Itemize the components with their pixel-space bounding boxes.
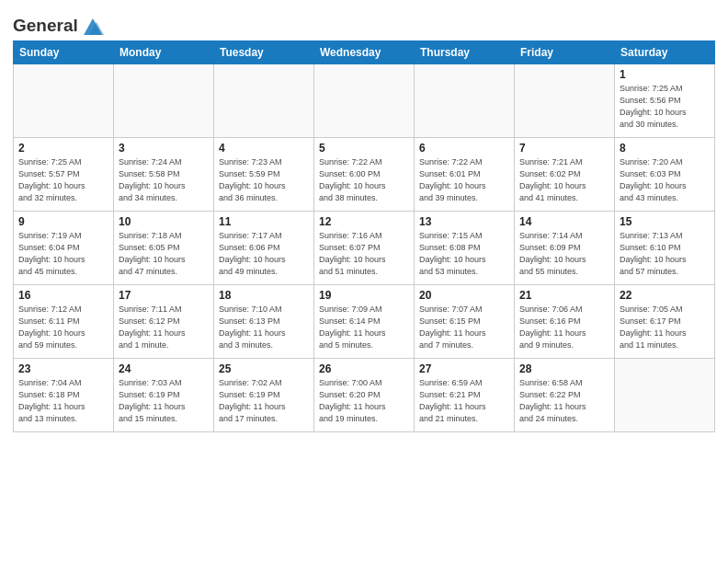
day-number: 19	[319, 289, 409, 302]
day-number: 13	[419, 215, 509, 228]
day-info: Sunrise: 7:25 AM Sunset: 5:56 PM Dayligh…	[620, 83, 710, 131]
calendar-cell: 10Sunrise: 7:18 AM Sunset: 6:05 PM Dayli…	[114, 212, 214, 285]
day-info: Sunrise: 7:15 AM Sunset: 6:08 PM Dayligh…	[419, 230, 509, 278]
calendar-cell: 16Sunrise: 7:12 AM Sunset: 6:11 PM Dayli…	[14, 285, 114, 359]
day-info: Sunrise: 7:20 AM Sunset: 6:03 PM Dayligh…	[620, 156, 710, 204]
day-info: Sunrise: 7:03 AM Sunset: 6:19 PM Dayligh…	[119, 377, 209, 425]
calendar-cell: 5Sunrise: 7:22 AM Sunset: 6:00 PM Daylig…	[314, 138, 415, 212]
day-number: 4	[219, 142, 309, 155]
calendar-cell: 11Sunrise: 7:17 AM Sunset: 6:06 PM Dayli…	[214, 212, 314, 285]
day-info: Sunrise: 6:58 AM Sunset: 6:22 PM Dayligh…	[519, 377, 609, 425]
calendar-week-1: 1Sunrise: 7:25 AM Sunset: 5:56 PM Daylig…	[14, 64, 715, 138]
calendar-table: SundayMondayTuesdayWednesdayThursdayFrid…	[13, 40, 715, 432]
day-info: Sunrise: 7:02 AM Sunset: 6:19 PM Dayligh…	[219, 377, 309, 425]
day-number: 18	[219, 289, 309, 302]
calendar-cell: 21Sunrise: 7:06 AM Sunset: 6:16 PM Dayli…	[515, 285, 615, 359]
day-number: 10	[119, 215, 209, 228]
calendar-cell: 6Sunrise: 7:22 AM Sunset: 6:01 PM Daylig…	[415, 138, 515, 212]
day-info: Sunrise: 7:09 AM Sunset: 6:14 PM Dayligh…	[319, 304, 409, 351]
calendar-cell: 22Sunrise: 7:05 AM Sunset: 6:17 PM Dayli…	[615, 285, 715, 359]
day-info: Sunrise: 7:23 AM Sunset: 5:59 PM Dayligh…	[219, 156, 309, 204]
day-number: 15	[620, 215, 710, 228]
calendar-week-2: 2Sunrise: 7:25 AM Sunset: 5:57 PM Daylig…	[14, 138, 715, 212]
calendar-cell: 14Sunrise: 7:14 AM Sunset: 6:09 PM Dayli…	[515, 212, 615, 285]
calendar-cell: 27Sunrise: 6:59 AM Sunset: 6:21 PM Dayli…	[415, 359, 515, 432]
calendar-cell	[14, 64, 114, 138]
calendar-header-tuesday: Tuesday	[214, 41, 314, 64]
day-info: Sunrise: 7:12 AM Sunset: 6:11 PM Dayligh…	[18, 304, 108, 351]
logo-general: General	[13, 17, 78, 36]
calendar-cell: 12Sunrise: 7:16 AM Sunset: 6:07 PM Dayli…	[314, 212, 415, 285]
day-number: 20	[419, 289, 509, 302]
calendar-cell: 19Sunrise: 7:09 AM Sunset: 6:14 PM Dayli…	[314, 285, 415, 359]
calendar-header-monday: Monday	[114, 41, 214, 64]
calendar-cell: 26Sunrise: 7:00 AM Sunset: 6:20 PM Dayli…	[314, 359, 415, 432]
day-info: Sunrise: 7:11 AM Sunset: 6:12 PM Dayligh…	[119, 304, 209, 351]
day-info: Sunrise: 7:24 AM Sunset: 5:58 PM Dayligh…	[119, 156, 209, 204]
day-info: Sunrise: 7:16 AM Sunset: 6:07 PM Dayligh…	[319, 230, 409, 278]
calendar-week-3: 9Sunrise: 7:19 AM Sunset: 6:04 PM Daylig…	[14, 212, 715, 285]
day-info: Sunrise: 7:22 AM Sunset: 6:01 PM Dayligh…	[419, 156, 509, 204]
day-number: 6	[419, 142, 509, 155]
day-number: 14	[519, 215, 609, 228]
calendar-cell: 2Sunrise: 7:25 AM Sunset: 5:57 PM Daylig…	[14, 138, 114, 212]
day-info: Sunrise: 7:13 AM Sunset: 6:10 PM Dayligh…	[620, 230, 710, 278]
day-info: Sunrise: 7:00 AM Sunset: 6:20 PM Dayligh…	[319, 377, 409, 425]
day-number: 8	[620, 142, 710, 155]
day-number: 24	[119, 362, 209, 375]
calendar-cell	[515, 64, 615, 138]
calendar-header-row: SundayMondayTuesdayWednesdayThursdayFrid…	[14, 41, 715, 64]
day-number: 5	[319, 142, 409, 155]
calendar-cell: 8Sunrise: 7:20 AM Sunset: 6:03 PM Daylig…	[615, 138, 715, 212]
day-info: Sunrise: 7:18 AM Sunset: 6:05 PM Dayligh…	[119, 230, 209, 278]
calendar-cell: 23Sunrise: 7:04 AM Sunset: 6:18 PM Dayli…	[14, 359, 114, 432]
calendar-cell: 9Sunrise: 7:19 AM Sunset: 6:04 PM Daylig…	[14, 212, 114, 285]
day-info: Sunrise: 7:10 AM Sunset: 6:13 PM Dayligh…	[219, 304, 309, 351]
day-info: Sunrise: 7:04 AM Sunset: 6:18 PM Dayligh…	[18, 377, 108, 425]
day-number: 25	[219, 362, 309, 375]
day-number: 23	[18, 362, 108, 375]
calendar-header-wednesday: Wednesday	[314, 41, 415, 64]
day-number: 27	[419, 362, 509, 375]
day-number: 21	[519, 289, 609, 302]
day-info: Sunrise: 6:59 AM Sunset: 6:21 PM Dayligh…	[419, 377, 509, 425]
day-info: Sunrise: 7:21 AM Sunset: 6:02 PM Dayligh…	[519, 156, 609, 204]
day-number: 16	[18, 289, 108, 302]
calendar-header-sunday: Sunday	[14, 41, 114, 64]
calendar-cell: 17Sunrise: 7:11 AM Sunset: 6:12 PM Dayli…	[114, 285, 214, 359]
calendar-cell: 7Sunrise: 7:21 AM Sunset: 6:02 PM Daylig…	[515, 138, 615, 212]
calendar-header-saturday: Saturday	[615, 41, 715, 64]
day-number: 28	[519, 362, 609, 375]
calendar-cell: 20Sunrise: 7:07 AM Sunset: 6:15 PM Dayli…	[415, 285, 515, 359]
day-info: Sunrise: 7:22 AM Sunset: 6:00 PM Dayligh…	[319, 156, 409, 204]
day-number: 7	[519, 142, 609, 155]
calendar-cell: 13Sunrise: 7:15 AM Sunset: 6:08 PM Dayli…	[415, 212, 515, 285]
day-number: 2	[18, 142, 108, 155]
calendar-header-friday: Friday	[515, 41, 615, 64]
day-info: Sunrise: 7:07 AM Sunset: 6:15 PM Dayligh…	[419, 304, 509, 351]
header: General	[13, 9, 715, 35]
calendar-cell: 28Sunrise: 6:58 AM Sunset: 6:22 PM Dayli…	[515, 359, 615, 432]
calendar-cell: 18Sunrise: 7:10 AM Sunset: 6:13 PM Dayli…	[214, 285, 314, 359]
day-number: 26	[319, 362, 409, 375]
day-info: Sunrise: 7:17 AM Sunset: 6:06 PM Dayligh…	[219, 230, 309, 278]
day-info: Sunrise: 7:19 AM Sunset: 6:04 PM Dayligh…	[18, 230, 108, 278]
day-number: 3	[119, 142, 209, 155]
calendar-cell: 4Sunrise: 7:23 AM Sunset: 5:59 PM Daylig…	[214, 138, 314, 212]
calendar-cell	[214, 64, 314, 138]
day-number: 9	[18, 215, 108, 228]
day-info: Sunrise: 7:25 AM Sunset: 5:57 PM Dayligh…	[18, 156, 108, 204]
day-info: Sunrise: 7:06 AM Sunset: 6:16 PM Dayligh…	[519, 304, 609, 351]
calendar-cell: 24Sunrise: 7:03 AM Sunset: 6:19 PM Dayli…	[114, 359, 214, 432]
calendar-header-thursday: Thursday	[415, 41, 515, 64]
day-number: 1	[620, 68, 710, 81]
day-number: 22	[620, 289, 710, 302]
day-info: Sunrise: 7:14 AM Sunset: 6:09 PM Dayligh…	[519, 230, 609, 278]
day-info: Sunrise: 7:05 AM Sunset: 6:17 PM Dayligh…	[620, 304, 710, 351]
day-number: 11	[219, 215, 309, 228]
calendar-week-5: 23Sunrise: 7:04 AM Sunset: 6:18 PM Dayli…	[14, 359, 715, 432]
calendar-cell: 3Sunrise: 7:24 AM Sunset: 5:58 PM Daylig…	[114, 138, 214, 212]
calendar-cell	[615, 359, 715, 432]
calendar-cell	[415, 64, 515, 138]
calendar-week-4: 16Sunrise: 7:12 AM Sunset: 6:11 PM Dayli…	[14, 285, 715, 359]
